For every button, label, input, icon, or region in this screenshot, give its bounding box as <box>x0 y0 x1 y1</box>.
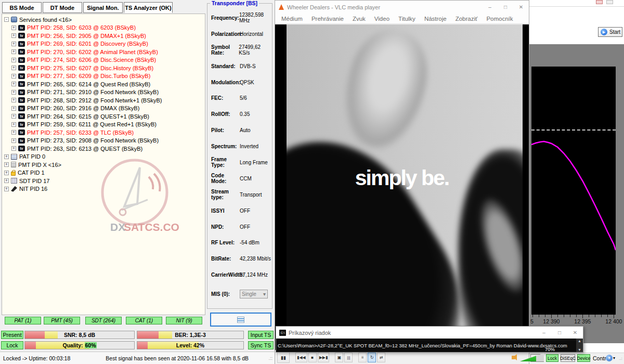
tree-service-item[interactable]: +tvPMT PID: 258, SID: 6203 @ 6203 (BSkyB… <box>4 24 205 32</box>
expand-icon[interactable]: + <box>11 114 16 119</box>
tree-table-item[interactable]: +PMT PID X <16> <box>4 161 205 169</box>
expand-icon[interactable]: + <box>11 106 16 111</box>
tree-service-item[interactable]: +tvPMT PID: 275, SID: 6207 @ Disc.Histor… <box>4 64 205 72</box>
cmd-title-bar[interactable]: C:\ Príkazový riadok – □ ✕ <box>276 327 583 339</box>
cmd-scrollbar[interactable]: ▲ ▼ <box>576 339 583 352</box>
playlist-button[interactable]: ≡ <box>358 353 367 362</box>
tree-table-item[interactable]: +NIT PID 16 <box>4 185 205 193</box>
tree-service-item[interactable]: +tvPMT PID: 271, SID: 2910 @ Food Networ… <box>4 88 205 97</box>
expand-icon[interactable]: + <box>4 187 9 191</box>
shuffle-button[interactable]: ⇄ <box>377 353 385 362</box>
spectrum-chart[interactable] <box>531 67 616 315</box>
minimize-button[interactable]: – <box>482 4 498 10</box>
tab-signal-mon[interactable]: Signal Mon. <box>83 2 123 13</box>
collapse-icon[interactable]: - <box>4 17 9 22</box>
services-tree[interactable]: DX SATCS.COM -Services found <16>+tvPMT … <box>2 14 205 315</box>
tree-service-item[interactable]: +tvPMT PID: 257, SID: 6233 @ TLC (BSkyB) <box>4 128 205 137</box>
expand-icon[interactable]: + <box>11 98 16 102</box>
vlc-menu-mdium[interactable]: Médium <box>281 16 303 22</box>
loop-button[interactable]: ↻ <box>368 353 376 362</box>
tree-service-item[interactable]: +tvPMT PID: 270, SID: 6202 @ Animal Plan… <box>4 48 205 56</box>
maximize-button[interactable]: □ <box>498 4 513 10</box>
mis-dropdown[interactable]: Single ▾ <box>240 290 268 298</box>
tab-ts-analyzer[interactable]: TS Analyzer (OK) <box>124 2 173 13</box>
minimize-button[interactable]: – <box>536 330 552 335</box>
sync-ts-button[interactable]: Sync TS <box>248 341 274 349</box>
tree-service-item[interactable]: +tvPMT PID: 263, SID: 6213 @ QUEST (BSky… <box>4 145 205 153</box>
tree-service-item[interactable]: +tvPMT PID: 269, SID: 6201 @ Discovery (… <box>4 40 205 48</box>
volume-slider[interactable] <box>520 353 544 361</box>
vlc-menu-nstroje[interactable]: Nástroje <box>424 16 447 22</box>
chevron-down-icon[interactable]: ▾ <box>613 356 615 360</box>
stop-button[interactable]: ■ <box>308 353 317 362</box>
control-blue-icon[interactable]: ✦ <box>606 355 613 361</box>
video-area[interactable]: simply be. <box>275 24 529 350</box>
vlc-menu-video[interactable]: Video <box>374 16 389 22</box>
expand-icon[interactable]: + <box>11 58 16 62</box>
tree-table-item[interactable]: +SDT PID 17 <box>4 177 205 185</box>
diseqc-button[interactable]: DiSEqC <box>561 354 575 362</box>
expand-icon[interactable]: + <box>11 66 16 70</box>
pause-button[interactable]: ▮▮ <box>277 352 290 363</box>
vlc-menu-pomocnk[interactable]: Pomocník <box>486 16 513 22</box>
expand-icon[interactable]: + <box>11 138 16 143</box>
fullscreen-button[interactable]: ▣ <box>335 353 343 362</box>
expand-icon[interactable]: + <box>11 146 16 151</box>
vlc-menu-zvuk[interactable]: Zvuk <box>353 16 366 22</box>
vlc-volume[interactable]: 70% <box>512 346 558 364</box>
start-button[interactable]: ▶ Start <box>598 27 622 37</box>
expand-icon[interactable]: + <box>11 49 16 54</box>
expand-icon[interactable]: + <box>4 162 9 167</box>
expand-icon[interactable]: + <box>11 42 16 46</box>
table-button-cat[interactable]: CAT (1) <box>126 317 162 324</box>
expand-icon[interactable]: + <box>4 171 9 175</box>
expand-icon[interactable]: + <box>11 130 16 135</box>
resize-grip-icon[interactable]: .:: <box>268 356 272 361</box>
table-button-nit[interactable]: NIT (9) <box>166 317 202 324</box>
tab-bs-mode[interactable]: BS Mode <box>2 2 42 13</box>
tree-service-item[interactable]: +tvPMT PID: 259, SID: 6211 @ Quest Red+1… <box>4 121 205 129</box>
close-button[interactable]: ✕ <box>513 4 529 10</box>
device-button[interactable]: Device <box>577 354 590 362</box>
equalizer-button[interactable]: ||| <box>344 353 353 362</box>
input-ts-button[interactable]: Input TS <box>248 331 274 339</box>
tree-table-item[interactable]: +PAT PID 0 <box>4 153 205 161</box>
tree-root-services[interactable]: -Services found <16> <box>4 16 205 24</box>
table-button-pmt[interactable]: PMT (45) <box>44 317 80 324</box>
table-button-sdt[interactable]: SDT (264) <box>85 317 122 324</box>
expand-icon[interactable]: + <box>11 25 16 30</box>
tab-dt-mode[interactable]: DT Mode <box>43 2 82 13</box>
tree-service-item[interactable]: +tvPMT PID: 277, SID: 6209 @ Disc.Turbo … <box>4 72 205 81</box>
transponder-row: Spectrum:Inverted <box>207 138 272 154</box>
expand-icon[interactable]: + <box>11 122 16 127</box>
tree-service-item[interactable]: +tvPMT PID: 265, SID: 6214 @ Quest Red (… <box>4 80 205 88</box>
speaker-icon[interactable] <box>512 356 515 359</box>
vlc-menu-titulky[interactable]: Titulky <box>398 16 415 22</box>
tree-service-item[interactable]: +tvPMT PID: 256, SID: 2905 @ DMAX+1 (BSk… <box>4 32 205 40</box>
table-view-button[interactable] <box>210 313 271 327</box>
maximize-button[interactable]: □ <box>552 330 567 335</box>
expand-icon[interactable]: + <box>11 90 16 95</box>
tree-service-item[interactable]: +tvPMT PID: 274, SID: 6206 @ Disc.Scienc… <box>4 56 205 64</box>
expand-icon[interactable]: + <box>11 33 16 38</box>
tree-table-item[interactable]: +CAT PID 1 <box>4 169 205 177</box>
tree-service-item[interactable]: +tvPMT PID: 273, SID: 2908 @ Food Networ… <box>4 137 205 145</box>
vlc-menu-zobrazi[interactable]: Zobraziť <box>456 16 478 22</box>
close-button[interactable]: ✕ <box>567 330 583 335</box>
expand-icon[interactable]: + <box>4 154 9 159</box>
tree-service-item[interactable]: +tvPMT PID: 268, SID: 2912 @ Food Netwrk… <box>4 96 205 105</box>
tree-service-item[interactable]: +tvPMT PID: 260, SID: 2916 @ DMAX (BSkyB… <box>4 105 205 113</box>
toolbar-red-icon[interactable] <box>596 0 603 4</box>
tv-icon: tv <box>18 106 25 111</box>
expand-icon[interactable]: + <box>4 178 9 183</box>
vlc-title-bar[interactable]: Wheeler Dealers - VLC media player – □ ✕ <box>275 1 529 14</box>
table-button-pat[interactable]: PAT (1) <box>5 317 41 324</box>
toolbar-save-icon[interactable] <box>606 0 613 4</box>
tree-service-item[interactable]: +tvPMT PID: 264, SID: 6215 @ QUEST+1 (BS… <box>4 112 205 121</box>
previous-button[interactable]: ▮◀◀ <box>295 353 307 362</box>
vlc-menu-prehrvanie[interactable]: Prehrávanie <box>311 16 344 22</box>
next-button[interactable]: ▶▶▮ <box>318 353 330 362</box>
resize-grip-icon[interactable]: ..: <box>619 356 622 361</box>
expand-icon[interactable]: + <box>11 74 16 79</box>
expand-icon[interactable]: + <box>11 82 16 86</box>
